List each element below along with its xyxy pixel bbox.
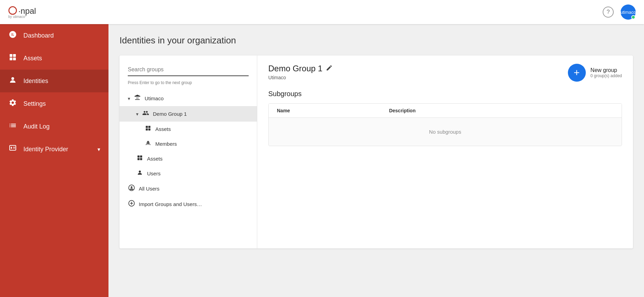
main-layout: Dashboard Assets Identities	[0, 24, 644, 297]
assets-icon	[8, 53, 17, 63]
logo: ·npal by utimaco°	[8, 5, 59, 19]
demo-group-chevron: ▾	[136, 111, 138, 117]
svg-rect-15	[146, 129, 148, 131]
utimaco-chevron: ▾	[128, 96, 130, 101]
assets-sub-label: Assets	[155, 126, 171, 132]
sidebar-item-identity-provider[interactable]: Identity Provider ▾	[0, 138, 108, 161]
new-group-button[interactable]: +	[568, 64, 586, 82]
right-panel: Demo Group 1 Utimaco + New grou	[257, 55, 633, 248]
header-right: ? utimaco	[603, 4, 636, 20]
edit-group-icon[interactable]	[326, 64, 333, 73]
sidebar-item-assets[interactable]: Assets	[0, 47, 108, 70]
tree-item-utimaco[interactable]: ▾ Utimaco	[120, 91, 257, 106]
sidebar-item-settings[interactable]: Settings	[0, 92, 108, 115]
new-group-sub: 0 group(s) added	[591, 73, 622, 78]
utimaco-label: Utimaco	[145, 95, 164, 101]
members-label: Members	[155, 141, 177, 147]
search-hint: Press Enter to go to the next group	[120, 79, 257, 91]
sidebar: Dashboard Assets Identities	[0, 24, 108, 297]
import-icon	[128, 200, 135, 208]
audit-log-label: Audit Log	[23, 123, 50, 130]
group-name: Demo Group 1	[268, 64, 322, 73]
col-name-header: Name	[277, 108, 389, 113]
svg-rect-13	[146, 126, 148, 128]
online-status	[631, 15, 635, 19]
content-panels: Press Enter to go to the next group ▾ Ut…	[120, 55, 633, 248]
svg-point-24	[131, 186, 133, 188]
tree-item-users[interactable]: Users	[120, 166, 257, 181]
tree-item-all-users[interactable]: All Users	[120, 181, 257, 196]
tree-item-members[interactable]: Members	[120, 136, 257, 151]
utimaco-icon	[134, 94, 141, 103]
subgroups-table: Name Description No subgroups	[268, 103, 622, 146]
users-label: Users	[147, 171, 160, 176]
svg-rect-4	[10, 54, 12, 57]
group-org: Utimaco	[268, 75, 333, 80]
svg-text:·npal: ·npal	[18, 7, 36, 16]
identity-provider-label: Identity Provider	[23, 146, 68, 153]
group-header: Demo Group 1 Utimaco + New grou	[268, 64, 622, 82]
sidebar-item-audit-log[interactable]: Audit Log	[0, 115, 108, 138]
identities-label: Identities	[23, 78, 48, 85]
svg-point-10	[11, 147, 12, 148]
new-group-label-area: New group 0 group(s) added	[591, 67, 622, 78]
all-users-label: All Users	[139, 186, 159, 192]
svg-rect-14	[148, 126, 150, 128]
svg-rect-5	[13, 54, 16, 57]
assets-label: Assets	[23, 55, 42, 62]
svg-rect-20	[137, 158, 139, 160]
sidebar-item-identities[interactable]: Identities	[0, 70, 108, 92]
svg-text:by utimaco°: by utimaco°	[8, 15, 27, 19]
dashboard-label: Dashboard	[23, 32, 54, 39]
top-header: ·npal by utimaco° ? utimaco	[0, 0, 644, 24]
svg-rect-16	[148, 129, 150, 131]
tree-item-demo-group-1[interactable]: ▾ Demo Group 1	[120, 106, 257, 122]
svg-rect-21	[140, 158, 142, 160]
tree-item-assets-sub[interactable]: Assets	[120, 122, 257, 136]
content-area: Identities in your organization Press En…	[108, 24, 644, 297]
users-icon	[136, 170, 144, 177]
page-title: Identities in your organization	[120, 35, 633, 46]
sidebar-item-dashboard[interactable]: Dashboard	[0, 24, 108, 47]
settings-icon	[8, 99, 17, 109]
audit-log-icon	[8, 121, 17, 132]
user-avatar[interactable]: utimaco	[621, 4, 636, 20]
logo-svg: ·npal by utimaco°	[8, 5, 59, 19]
group-title: Demo Group 1	[268, 64, 333, 73]
new-group-text: New group	[591, 67, 622, 73]
svg-point-22	[139, 171, 141, 173]
svg-rect-9	[10, 145, 16, 150]
identities-icon	[8, 76, 17, 86]
col-description-header: Description	[389, 108, 613, 113]
settings-label: Settings	[23, 100, 46, 107]
svg-rect-19	[140, 155, 142, 157]
tree-item-assets-root[interactable]: Assets	[120, 151, 257, 166]
identity-provider-chevron: ▾	[97, 146, 100, 153]
assets-root-icon	[136, 155, 144, 163]
svg-rect-1	[13, 9, 14, 12]
svg-point-8	[11, 77, 14, 80]
assets-sub-icon	[144, 125, 152, 133]
search-groups-input[interactable]	[128, 64, 249, 76]
subgroups-empty: No subgroups	[269, 118, 622, 146]
identity-provider-icon	[8, 144, 17, 154]
svg-rect-18	[137, 155, 139, 157]
import-label: Import Groups and Users…	[139, 201, 202, 207]
members-icon	[144, 140, 152, 148]
group-title-area: Demo Group 1 Utimaco	[268, 64, 333, 80]
new-group-area: + New group 0 group(s) added	[568, 64, 622, 82]
svg-rect-6	[10, 58, 12, 60]
tree-item-import[interactable]: Import Groups and Users…	[120, 196, 257, 212]
assets-root-label: Assets	[147, 156, 163, 162]
demo-group-icon	[142, 110, 149, 118]
subgroups-title: Subgroups	[268, 90, 622, 98]
subgroups-table-header: Name Description	[269, 104, 622, 118]
help-button[interactable]: ?	[603, 7, 614, 18]
left-panel: Press Enter to go to the next group ▾ Ut…	[120, 55, 257, 248]
dashboard-icon	[8, 30, 17, 41]
all-users-icon	[128, 184, 135, 193]
svg-rect-7	[13, 58, 16, 60]
demo-group-1-label: Demo Group 1	[153, 111, 187, 117]
search-box-wrap	[120, 64, 257, 79]
